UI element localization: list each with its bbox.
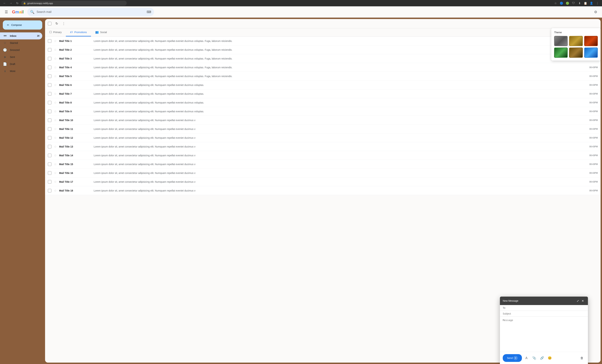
email-star[interactable]: ☆ <box>53 91 58 96</box>
email-star[interactable]: ☆ <box>53 153 58 158</box>
compose-subject-input[interactable] <box>503 312 585 315</box>
email-checkbox[interactable] <box>48 189 51 193</box>
tab-social[interactable]: 👥 Social <box>91 28 111 36</box>
chrome-extension-4[interactable]: ⬇ <box>577 1 582 6</box>
theme-swatch-4[interactable] <box>554 48 568 58</box>
email-checkbox[interactable] <box>48 145 51 148</box>
email-checkbox[interactable] <box>48 127 51 131</box>
sidebar-item-snoozed[interactable]: 🕐 Snoozed <box>0 46 42 54</box>
more-toolbar-button[interactable]: ⋮ <box>61 21 67 27</box>
email-row[interactable]: ☆ Mail Title 17 Lorem ipsum dolor sit, a… <box>45 177 601 186</box>
email-row[interactable]: ☆ Mail Title 9 Lorem ipsum dolor sit, am… <box>45 107 601 116</box>
chrome-reload-button[interactable]: ↻ <box>15 1 20 6</box>
email-row[interactable]: ☆ Mail Title 6 Lorem ipsum dolor sit, am… <box>45 81 601 89</box>
sidebar-item-draft[interactable]: 📄 Draft <box>0 61 42 68</box>
send-caret-icon[interactable]: ▾ <box>514 356 518 360</box>
sidebar-item-inbox[interactable]: ⚯ Inbox 20 <box>0 32 42 39</box>
tab-primary[interactable]: ☐ Primary <box>45 28 66 36</box>
email-star[interactable]: ☆ <box>53 39 58 43</box>
email-row[interactable]: ☆ Mail Title 1 Lorem ipsum dolor sit, am… <box>45 37 601 45</box>
email-row[interactable]: ☆ Mail Title 18 Lorem ipsum dolor sit, a… <box>45 186 601 195</box>
select-all-checkbox[interactable] <box>48 22 51 25</box>
email-row[interactable]: ☆ Mail Title 13 Lorem ipsum dolor sit, a… <box>45 142 601 151</box>
email-checkbox[interactable] <box>48 48 51 52</box>
email-row[interactable]: ☆ Mail Title 14 Lorem ipsum dolor sit, a… <box>45 151 601 160</box>
email-star[interactable]: ☆ <box>53 83 58 87</box>
email-row[interactable]: ☆ Mail Title 4 Lorem ipsum dolor sit, am… <box>45 63 601 72</box>
email-row[interactable]: ☆ Mail Title 16 Lorem ipsum dolor sit, a… <box>45 169 601 177</box>
compose-link-button[interactable]: 🔗 <box>539 355 545 361</box>
chrome-extension-5[interactable]: 📋 <box>583 1 588 6</box>
chrome-back-button[interactable]: ← <box>2 1 7 6</box>
chrome-address-bar[interactable]: 🔒 gmailcloneapp.netlify.app <box>21 1 127 6</box>
compose-to-input[interactable] <box>513 306 585 309</box>
theme-swatch-2[interactable] <box>569 36 583 46</box>
theme-swatch-5[interactable] <box>569 48 583 58</box>
email-checkbox[interactable] <box>48 92 51 96</box>
email-star[interactable]: ☆ <box>53 162 58 167</box>
email-row[interactable]: ☆ Mail Title 12 Lorem ipsum dolor sit, a… <box>45 133 601 142</box>
email-star[interactable]: ☆ <box>53 135 58 140</box>
theme-swatch-3[interactable] <box>584 36 598 46</box>
email-checkbox[interactable] <box>48 154 51 157</box>
refresh-button[interactable]: ↻ <box>54 21 60 27</box>
search-bar[interactable]: 🔍 ⌨ <box>27 8 154 16</box>
sidebar-item-starred[interactable]: ☆ Starred <box>0 39 42 46</box>
compose-close-button[interactable]: ✕ <box>580 298 585 303</box>
email-checkbox[interactable] <box>48 57 51 60</box>
email-star[interactable]: ☆ <box>53 56 58 61</box>
email-row[interactable]: ☆ Mail Title 3 Lorem ipsum dolor sit, am… <box>45 54 601 63</box>
menu-button[interactable]: ☰ <box>3 9 10 15</box>
chrome-profile-button[interactable]: 👤 <box>589 1 594 6</box>
email-checkbox[interactable] <box>48 39 51 43</box>
theme-swatch-1[interactable] <box>554 36 568 46</box>
email-star[interactable]: ☆ <box>53 127 58 131</box>
email-checkbox[interactable] <box>48 136 51 139</box>
compose-delete-button[interactable]: 🗑 <box>579 355 585 361</box>
email-star[interactable]: ☆ <box>53 179 58 184</box>
sidebar-item-sent[interactable]: ➤ Sent <box>0 54 42 61</box>
email-star[interactable]: ☆ <box>53 74 58 79</box>
chrome-extension-3[interactable]: 🛡 <box>571 1 576 6</box>
email-checkbox[interactable] <box>48 118 51 122</box>
compose-format-button[interactable]: A <box>523 355 530 361</box>
email-star[interactable]: ☆ <box>53 109 58 114</box>
email-star[interactable]: ☆ <box>53 100 58 105</box>
email-star[interactable]: ☆ <box>53 188 58 193</box>
email-checkbox[interactable] <box>48 162 51 166</box>
email-checkbox[interactable] <box>48 171 51 175</box>
email-row[interactable]: ☆ Mail Title 15 Lorem ipsum dolor sit, a… <box>45 160 601 169</box>
email-star[interactable]: ☆ <box>53 144 58 149</box>
email-row[interactable]: ☆ Mail Title 5 Lorem ipsum dolor sit, am… <box>45 72 601 81</box>
email-row[interactable]: ☆ Mail Title 11 Lorem ipsum dolor sit, a… <box>45 125 601 133</box>
search-input[interactable] <box>37 11 145 13</box>
tab-promotions[interactable]: 🏷 Promotions <box>66 28 91 36</box>
email-star[interactable]: ☆ <box>53 171 58 175</box>
email-checkbox[interactable] <box>48 180 51 183</box>
chrome-extension-1[interactable]: 🔵 <box>559 1 564 6</box>
compose-expand-button[interactable]: ⤢ <box>575 298 580 303</box>
email-row[interactable]: ☆ Mail Title 7 Lorem ipsum dolor sit, am… <box>45 89 601 98</box>
email-checkbox[interactable] <box>48 83 51 87</box>
theme-swatch-6[interactable] <box>584 48 598 58</box>
send-button[interactable]: Send ▾ <box>503 354 522 362</box>
chrome-menu-button[interactable]: ⋮ <box>595 1 600 6</box>
compose-emoji-button[interactable]: 😊 <box>547 355 553 361</box>
email-row[interactable]: ☆ Mail Title 2 Lorem ipsum dolor sit, am… <box>45 45 601 54</box>
email-star[interactable]: ☆ <box>53 47 58 52</box>
email-checkbox[interactable] <box>48 75 51 78</box>
email-checkbox[interactable] <box>48 101 51 104</box>
chrome-forward-button[interactable]: → <box>9 1 13 6</box>
email-row[interactable]: ☆ Mail Title 10 Lorem ipsum dolor sit, a… <box>45 116 601 125</box>
compose-message-textarea[interactable] <box>500 317 588 352</box>
compose-attach-button[interactable]: 📎 <box>531 355 538 361</box>
email-checkbox[interactable] <box>48 110 51 113</box>
settings-button[interactable]: ⚙ <box>592 9 599 15</box>
email-row[interactable]: ☆ Mail Title 8 Lorem ipsum dolor sit, am… <box>45 98 601 107</box>
compose-button[interactable]: ✏ Compose <box>3 21 42 30</box>
email-star[interactable]: ☆ <box>53 65 58 70</box>
chrome-extension-2[interactable]: 🟢 <box>565 1 570 6</box>
email-checkbox[interactable] <box>48 66 51 69</box>
email-star[interactable]: ☆ <box>53 118 58 123</box>
chrome-bookmark-button[interactable]: ☆ <box>553 1 558 6</box>
